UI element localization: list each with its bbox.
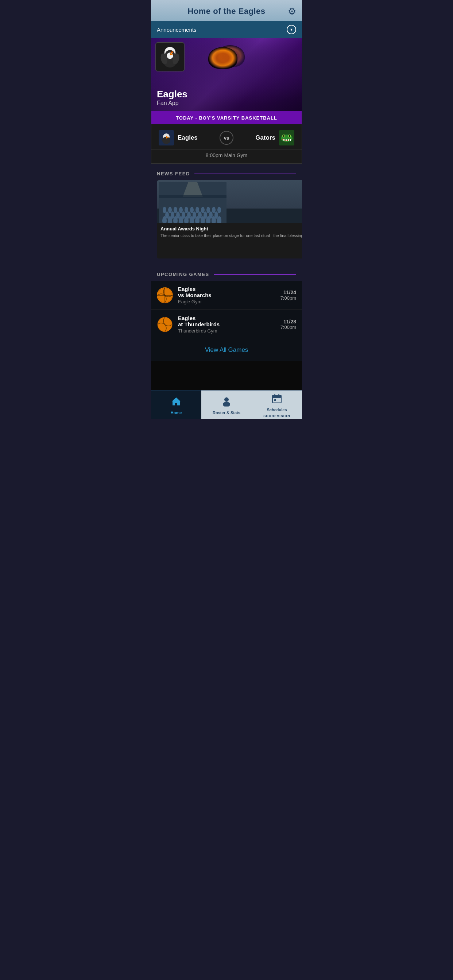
game-datetime-1: 11/24 7:00pm (269, 290, 296, 301)
game-item-2[interactable]: Eagles at Thunderbirds Thunderbirds Gym … (151, 310, 302, 339)
chevron-down-icon: ▾ (287, 25, 296, 34)
svg-rect-91 (274, 399, 276, 401)
svg-point-38 (176, 212, 180, 219)
svg-point-48 (174, 207, 177, 213)
nav-item-schedules[interactable]: Schedules SCOREVISION (252, 390, 302, 419)
svg-rect-88 (273, 395, 281, 398)
basketball-icon-1 (157, 287, 173, 303)
home-team: Eagles (159, 130, 198, 145)
svg-point-52 (196, 207, 199, 213)
game-venue-2: Thunderbirds Gym (178, 328, 269, 334)
game-time-venue: 8:00pm Main Gym (152, 149, 301, 163)
news-feed-header: NEWS FEED (151, 165, 302, 180)
game-team-1: Eagles (178, 286, 269, 292)
svg-point-81 (158, 288, 172, 302)
news-card-awards-title: Annual Awards Night (161, 226, 302, 232)
scorevision-brand: SCOREVISION (263, 414, 290, 418)
away-team-name: Gators (255, 134, 275, 142)
svg-point-53 (201, 207, 205, 213)
game-time-2: 7:00pm (274, 325, 296, 330)
calendar-icon (272, 393, 282, 406)
svg-point-56 (217, 207, 221, 213)
news-card-awards-body: Annual Awards Night The senior class to … (157, 223, 302, 258)
view-all-games-button[interactable]: View All Games (205, 346, 248, 354)
nav-item-roster[interactable]: Roster & Stats (201, 390, 252, 419)
home-team-logo (159, 130, 174, 145)
view-all-games-container[interactable]: View All Games (151, 339, 302, 361)
svg-point-55 (212, 207, 215, 213)
svg-point-43 (204, 212, 207, 219)
banner-section: Eagles Fan App (151, 38, 302, 111)
game-opponent-1: vs Monarchs (178, 292, 269, 298)
game-today-header: TODAY - BOY'S VARSITY BASKETBALL (152, 111, 301, 124)
game-venue-1: Eagle Gym (178, 299, 269, 304)
news-card-awards-desc: The senior class to take their place on … (161, 233, 302, 239)
svg-rect-23 (290, 139, 291, 141)
bottom-nav: Home Roster & Stats Schedules SCOREVISIO… (151, 390, 302, 419)
game-item-1[interactable]: Eagles vs Monarchs Eagle Gym 11/24 7:00p… (151, 281, 302, 310)
today-game-section[interactable]: TODAY - BOY'S VARSITY BASKETBALL Eagles … (151, 111, 302, 164)
announcements-label: Announcements (157, 27, 196, 33)
person-icon (222, 396, 231, 409)
svg-point-39 (182, 212, 185, 219)
svg-point-36 (165, 212, 169, 219)
news-feed-title: NEWS FEED (157, 171, 190, 177)
nav-label-schedules: Schedules (266, 407, 287, 412)
svg-rect-21 (286, 139, 287, 141)
svg-point-86 (223, 402, 230, 407)
app-header: Home of the Eagles ⚙ (151, 0, 302, 21)
game-today-title: TODAY - BOY'S VARSITY BASKETBALL (176, 115, 277, 121)
svg-point-45 (214, 212, 218, 219)
team-logo (155, 42, 185, 72)
svg-point-51 (190, 207, 194, 213)
awards-image (157, 180, 302, 223)
svg-point-49 (179, 207, 183, 213)
svg-point-47 (168, 207, 172, 213)
away-team: Gators (255, 130, 294, 145)
svg-point-50 (185, 207, 188, 213)
banner-team-name: Eagles (157, 89, 187, 100)
svg-point-37 (171, 212, 174, 219)
settings-icon[interactable]: ⚙ (288, 6, 296, 17)
content-spacer (151, 361, 302, 390)
banner-app-label: Fan App (157, 100, 187, 107)
game-time-1: 7:00pm (274, 295, 296, 301)
nav-item-home[interactable]: Home (151, 390, 201, 419)
home-icon (171, 396, 181, 409)
svg-marker-84 (172, 398, 180, 406)
svg-point-46 (163, 207, 166, 213)
svg-point-85 (224, 398, 229, 402)
game-date-2: 11/28 (274, 319, 296, 325)
upcoming-games-header: UPCOMING GAMES (151, 266, 302, 281)
svg-rect-22 (288, 139, 289, 141)
nav-label-home: Home (171, 410, 182, 415)
svg-rect-89 (274, 394, 275, 396)
svg-point-44 (209, 212, 213, 219)
upcoming-section-divider (214, 274, 296, 275)
banner-text: Eagles Fan App (151, 85, 193, 111)
game-team-2: Eagles (178, 315, 269, 321)
svg-rect-20 (283, 139, 284, 141)
game-matchup: Eagles vs Gators (152, 124, 301, 149)
announcements-bar[interactable]: Announcements ▾ (151, 21, 302, 38)
svg-point-40 (187, 212, 191, 219)
home-team-name: Eagles (178, 134, 198, 142)
svg-point-41 (193, 212, 196, 219)
svg-point-54 (206, 207, 210, 213)
svg-point-19 (289, 135, 290, 137)
news-card-awards[interactable]: Annual Awards Night The senior class to … (157, 180, 302, 258)
svg-rect-58 (159, 195, 226, 198)
svg-point-7 (171, 51, 172, 52)
game-info-2: Eagles at Thunderbirds Thunderbirds Gym (178, 315, 269, 334)
news-scroll-container[interactable]: Annual Awards Night The senior class to … (151, 180, 302, 264)
svg-point-18 (283, 135, 284, 137)
vs-indicator: vs (220, 131, 233, 145)
upcoming-games-title: UPCOMING GAMES (157, 272, 209, 277)
svg-rect-90 (278, 394, 279, 396)
upcoming-games-section: UPCOMING GAMES Eagles vs Monarchs Eagle … (151, 264, 302, 361)
game-opponent-2: at Thunderbirds (178, 321, 269, 328)
section-divider (195, 173, 296, 174)
game-date-1: 11/24 (274, 290, 296, 295)
away-team-logo (279, 130, 294, 145)
game-datetime-2: 11/28 7:00pm (269, 319, 296, 330)
